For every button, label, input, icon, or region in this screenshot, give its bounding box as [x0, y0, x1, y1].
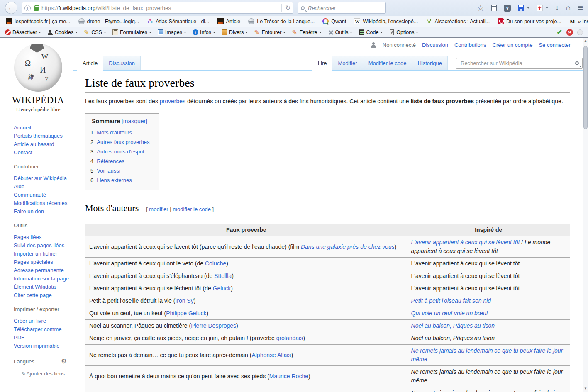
bookmark-item[interactable]: lespetitspois.fr | ça me...: [6, 18, 71, 24]
link[interactable]: Qui vole un œuf vole un bœuf: [411, 310, 488, 317]
sidebar-link[interactable]: Pages liées: [14, 234, 41, 240]
bookmark-item[interactable]: Atlas Sémantique - di...: [147, 18, 209, 24]
home-icon[interactable]: [566, 3, 571, 12]
personal-link[interactable]: Créer un compte: [493, 42, 533, 48]
link[interactable]: Noël au balcon, Pâques au tison: [411, 322, 495, 329]
sidebar-link[interactable]: Citer cette page: [14, 292, 52, 298]
toc-link[interactable]: Mots d'auteurs: [97, 129, 132, 136]
sidebar-link[interactable]: Télécharger comme PDF: [14, 326, 62, 341]
addon-dropdown-caret[interactable]: [546, 7, 548, 9]
sidebar-link[interactable]: Suivi des pages liées: [14, 242, 64, 248]
link[interactable]: L'avenir appartient à ceux qui se lèvent…: [411, 239, 520, 246]
devbar-menu[interactable]: Infos: [193, 29, 215, 35]
devbar-menu[interactable]: Images: [158, 29, 186, 35]
link[interactable]: Petit à petit l'oiseau fait son nid: [411, 297, 491, 304]
sidebar-link[interactable]: Accueil: [14, 124, 31, 131]
devbar-menu[interactable]: CSS: [84, 29, 106, 35]
view-tab[interactable]: Historique: [412, 56, 448, 70]
devbar-menu[interactable]: Fenêtre: [292, 29, 321, 35]
link[interactable]: Iron Sy: [175, 297, 193, 304]
bookmark-item[interactable]: Wikipédia, l'encyclopé...: [354, 18, 418, 24]
scrollbar-thumb[interactable]: [583, 46, 588, 129]
bookmark-item[interactable]: drone - Etymo...logiq...: [78, 18, 139, 24]
toc-link[interactable]: Voir aussi: [97, 168, 120, 174]
toc-link[interactable]: Liens externes: [97, 177, 132, 183]
bookmark-item[interactable]: Alsacréations : Actuali...: [426, 18, 490, 24]
addon-badge-icon[interactable]: [537, 5, 543, 11]
sidebar-link[interactable]: Modifications récentes: [14, 200, 67, 206]
link[interactable]: Geluck: [213, 285, 231, 292]
bookmark-item[interactable]: » Inspiration Design G...: [569, 18, 588, 24]
scroll-down-arrow[interactable]: ▼: [583, 385, 588, 392]
devbar-menu[interactable]: Cookies: [47, 29, 78, 35]
gear-icon[interactable]: [61, 358, 67, 365]
devbar-menu[interactable]: Divers: [222, 29, 248, 35]
devbar-menu[interactable]: Entourer: [254, 29, 285, 35]
wikipedia-logo[interactable]: W Ω И 維 7 WIKIPÉDIA L’encyclopédie libre: [5, 44, 71, 113]
save-icon[interactable]: [518, 5, 524, 11]
link[interactable]: Alphonse Allais: [251, 352, 291, 358]
devbar-menu[interactable]: Code: [359, 29, 383, 35]
devbar-menu[interactable]: Options: [389, 29, 418, 35]
url-bar[interactable]: https://fr.wikipedia.org/wiki/Liste_de_f…: [22, 2, 293, 14]
personal-link[interactable]: Discussion: [422, 42, 448, 48]
reading-list-icon[interactable]: [491, 5, 497, 11]
scroll-up-arrow[interactable]: ▲: [583, 38, 588, 44]
downloads-icon[interactable]: [555, 4, 559, 12]
link[interactable]: Dans une galaxie près de chez vous: [301, 243, 395, 250]
link[interactable]: Coluche: [205, 260, 226, 267]
valid-check-icon[interactable]: [557, 28, 562, 36]
pocket-icon[interactable]: [504, 5, 511, 12]
sidebar-link[interactable]: Version imprimable: [14, 343, 60, 349]
search-icon[interactable]: [575, 61, 579, 65]
browser-search-bar[interactable]: [298, 2, 386, 14]
link[interactable]: [masquer]: [122, 118, 147, 124]
hamburger-menu-icon[interactable]: [578, 2, 583, 13]
link[interactable]: grolandais: [276, 335, 303, 341]
wiki-search-bar[interactable]: [456, 58, 583, 69]
toc-link[interactable]: Références: [97, 158, 124, 164]
link[interactable]: Sttellla: [214, 273, 232, 279]
sidebar-link[interactable]: Importer un fichier: [14, 251, 57, 257]
sidebar-link[interactable]: Débuter sur Wikipédia: [14, 175, 67, 181]
sidebar-link[interactable]: Contact: [14, 149, 32, 156]
sidebar-link[interactable]: Créer un livre: [14, 318, 46, 324]
link[interactable]: modifier: [149, 206, 168, 212]
bookmark-item[interactable]: Article: [217, 18, 241, 24]
bookmark-item[interactable]: Qwant: [322, 18, 346, 24]
devbar-menu[interactable]: Formulaires: [112, 29, 151, 35]
save-dropdown-caret[interactable]: [527, 7, 529, 9]
sidebar-link[interactable]: Faire un don: [14, 208, 44, 214]
site-info-icon[interactable]: [24, 5, 31, 11]
toc-link[interactable]: Autres faux proverbes: [97, 139, 149, 145]
bookmark-item[interactable]: Du son pour vos proje...: [498, 18, 561, 24]
error-icon[interactable]: [566, 29, 573, 36]
sidebar-link[interactable]: Communauté: [14, 192, 46, 198]
back-button[interactable]: [5, 2, 17, 14]
link[interactable]: Ne remets jamais au lendemain ce que tu …: [411, 347, 563, 363]
sidebar-link[interactable]: Aide: [14, 183, 24, 190]
devbar-menu[interactable]: Désactiver: [5, 29, 41, 35]
sidebar-link[interactable]: Adresse permanente: [14, 267, 64, 273]
link[interactable]: Pierre Desproges: [191, 322, 236, 329]
wiki-search-input[interactable]: [460, 60, 573, 67]
sidebar-link[interactable]: Élément Wikidata: [14, 284, 56, 290]
personal-link[interactable]: Se connecter: [539, 42, 571, 48]
view-tab[interactable]: Modifier: [332, 56, 363, 70]
bookmark-item[interactable]: Le Trésor de la Langue...: [248, 18, 315, 24]
devbar-menu[interactable]: Outils: [328, 29, 353, 35]
reload-icon[interactable]: [281, 4, 290, 12]
view-tab[interactable]: Modifier le code: [363, 56, 412, 70]
link[interactable]: modifier le code: [173, 206, 211, 212]
add-links[interactable]: Ajouter des liens: [21, 370, 70, 377]
namespace-tab[interactable]: Discussion: [103, 56, 141, 70]
bookmark-star-icon[interactable]: [477, 3, 484, 13]
link[interactable]: Maurice Roche: [269, 373, 308, 380]
browser-search-input[interactable]: [307, 5, 383, 12]
link[interactable]: proverbes: [160, 98, 185, 105]
personal-link[interactable]: Contributions: [454, 42, 486, 48]
sidebar-link[interactable]: Pages spéciales: [14, 259, 53, 265]
scrollbar[interactable]: ▲ ▼: [583, 38, 588, 392]
view-tab[interactable]: Lire: [312, 56, 333, 71]
toc-link[interactable]: Autres mots d'esprit: [97, 149, 144, 155]
